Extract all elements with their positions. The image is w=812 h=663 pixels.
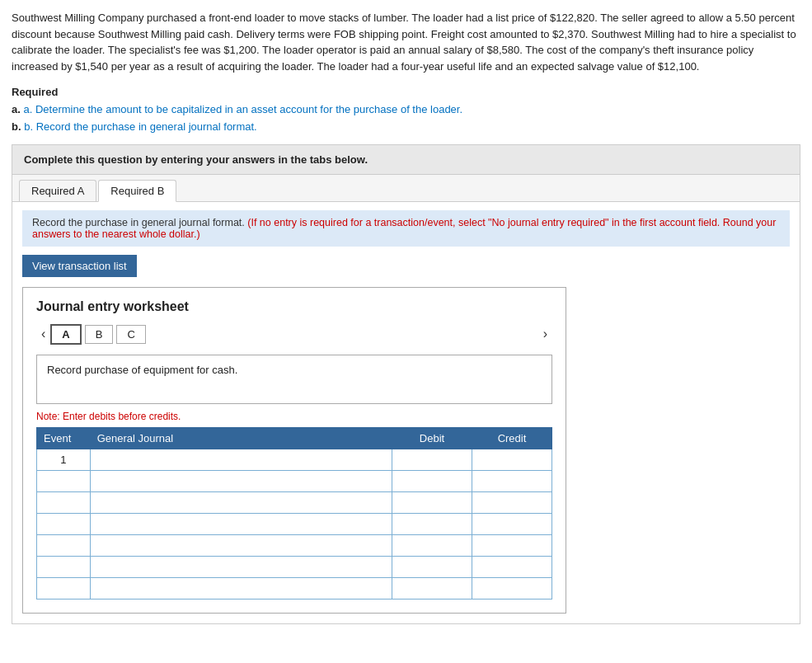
table-row-credit-4[interactable] [472,534,552,556]
table-row-event-0: 1 [37,449,91,470]
required-section: Required a. a. Determine the amount to b… [12,86,800,136]
table-row-debit-3[interactable] [392,513,472,534]
note-text: Note: Enter debits before credits. [36,411,552,422]
record-description-text: Record purchase of equipment for cash. [47,364,237,376]
table-row-event-6 [37,577,91,599]
tabs-row: Required A Required B [12,175,800,202]
journal-table: Event General Journal Debit Credit 1 [36,427,552,600]
required-b: b. b. Record the purchase in general jou… [12,119,800,136]
tab-instruction-text: Record the purchase in general journal f… [32,217,776,240]
record-description-box: Record purchase of equipment for cash. [36,355,552,404]
table-row-journal-3[interactable] [90,513,392,534]
instruction-box-text: Complete this question by entering your … [24,153,368,166]
table-row-event-1 [37,470,91,491]
table-row-credit-6[interactable] [472,577,552,599]
table-row-event-5 [37,556,91,577]
table-row-credit-0[interactable] [472,449,552,470]
worksheet-tab-b[interactable]: B [85,325,114,344]
table-row-credit-5[interactable] [472,556,552,577]
table-row-debit-2[interactable] [392,491,472,513]
tabs-container: Required A Required B Record the purchas… [12,175,800,624]
table-row-credit-1[interactable] [472,470,552,491]
table-row-debit-6[interactable] [392,577,472,599]
journal-entry-worksheet: Journal entry worksheet ‹ A B C › Record… [22,287,566,614]
table-row-debit-4[interactable] [392,534,472,556]
worksheet-tabs-row: ‹ A B C › [36,324,552,345]
tab-required-a[interactable]: Required A [19,180,96,201]
required-a: a. a. Determine the amount to be capital… [12,101,800,119]
tab-content: Record the purchase in general journal f… [12,202,800,623]
worksheet-title: Journal entry worksheet [36,299,552,314]
problem-body: Southwest Milling Company purchased a fr… [12,12,796,73]
problem-text: Southwest Milling Company purchased a fr… [12,10,800,74]
table-row-event-4 [37,534,91,556]
table-row-credit-2[interactable] [472,491,552,513]
worksheet-prev-button[interactable]: ‹ [36,327,50,341]
instruction-box: Complete this question by entering your … [12,144,800,175]
table-row-debit-1[interactable] [392,470,472,491]
table-row-journal-0[interactable] [90,449,392,470]
table-row-debit-5[interactable] [392,556,472,577]
worksheet-tab-a[interactable]: A [50,324,81,345]
view-transaction-button[interactable]: View transaction list [22,255,137,277]
worksheet-tab-c[interactable]: C [116,325,145,344]
col-header-event: Event [37,427,91,449]
col-header-debit: Debit [392,427,472,449]
table-row-credit-3[interactable] [472,513,552,534]
table-row-journal-6[interactable] [90,577,392,599]
worksheet-next-button[interactable]: › [538,327,552,341]
required-title: Required [12,86,800,98]
table-row-event-2 [37,491,91,513]
table-row-journal-5[interactable] [90,556,392,577]
table-row-debit-0[interactable] [392,449,472,470]
col-header-credit: Credit [472,427,552,449]
table-row-journal-2[interactable] [90,491,392,513]
table-row-journal-4[interactable] [90,534,392,556]
table-row-journal-1[interactable] [90,470,392,491]
col-header-general-journal: General Journal [90,427,392,449]
tab-instruction-note: Record the purchase in general journal f… [22,210,790,247]
table-row-event-3 [37,513,91,534]
tab-required-b[interactable]: Required B [98,180,176,202]
